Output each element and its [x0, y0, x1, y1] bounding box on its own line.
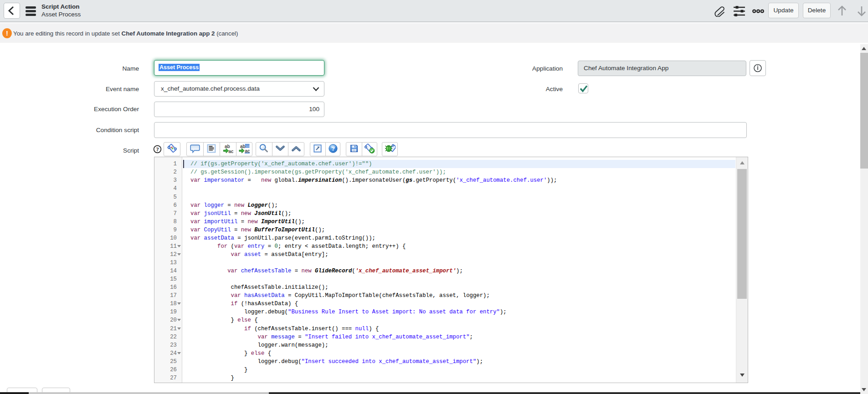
svg-text:ab: ab — [225, 143, 230, 148]
svg-text:ac: ac — [245, 148, 250, 153]
svg-text:?: ? — [331, 145, 335, 152]
svg-text:ac: ac — [229, 148, 234, 154]
svg-text:?: ? — [156, 146, 159, 153]
